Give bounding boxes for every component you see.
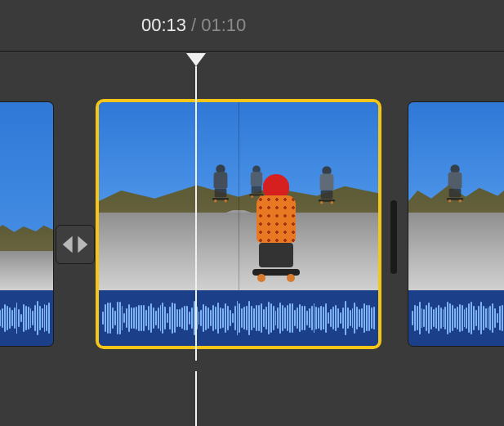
current-time: 00:13 (141, 15, 186, 36)
playhead-line-extension (195, 371, 197, 426)
clip-next[interactable] (408, 102, 504, 346)
clip-thumbnail (99, 102, 378, 290)
clip-audio-waveform[interactable] (99, 290, 378, 346)
clips-track (0, 102, 504, 356)
clip-audio-waveform[interactable] (0, 290, 53, 346)
time-separator: / (191, 15, 196, 36)
transition-crossfade[interactable] (56, 225, 95, 264)
playhead-icon[interactable] (186, 53, 206, 66)
clip-thumbnail (408, 102, 504, 290)
playhead-line[interactable] (195, 66, 197, 361)
clip-selected[interactable] (99, 102, 378, 346)
timeline[interactable] (0, 53, 504, 372)
waveform (408, 290, 504, 346)
clip-audio-waveform[interactable] (408, 290, 504, 346)
timecode-header: 00:13 / 01:10 (0, 0, 504, 51)
waveform (99, 290, 378, 346)
transition-crossfade-icon (61, 231, 89, 258)
waveform (0, 290, 53, 346)
clip-edge-handle[interactable] (390, 200, 397, 274)
total-time: 01:10 (201, 15, 246, 36)
clip-prev[interactable] (0, 102, 53, 346)
clip-thumbnail (0, 102, 53, 290)
